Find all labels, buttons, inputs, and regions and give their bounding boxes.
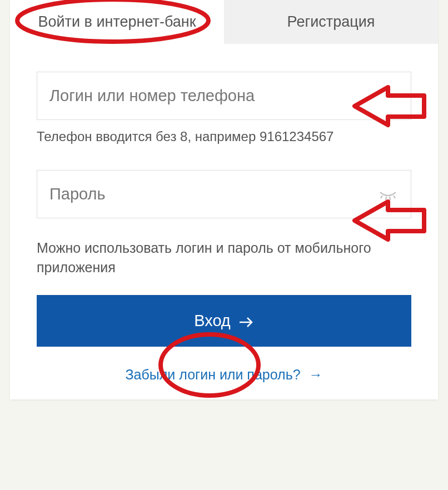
submit-button[interactable]: Вход: [37, 295, 411, 347]
login-helper-text: Телефон вводится без 8, например 9161234…: [37, 128, 411, 146]
forgot-credentials-link[interactable]: Забыли логин или пароль? →: [37, 367, 411, 383]
tab-register[interactable]: Регистрация: [224, 0, 438, 44]
tab-login[interactable]: Войти в интернет-банк: [10, 0, 224, 44]
login-form-container: Войти в интернет-банк Регистрация Телефо…: [10, 0, 438, 399]
tab-bar: Войти в интернет-банк Регистрация: [10, 0, 438, 44]
forgot-link-label: Забыли логин или пароль?: [125, 367, 300, 382]
arrow-right-icon: [238, 314, 254, 328]
submit-button-label: Вход: [194, 312, 231, 330]
svg-line-2: [381, 196, 382, 198]
login-input[interactable]: [37, 72, 411, 120]
mobile-app-hint: Можно использовать логин и пароль от моб…: [37, 238, 411, 277]
form-body: Телефон вводится без 8, например 9161234…: [10, 44, 438, 399]
svg-line-3: [386, 197, 386, 200]
arrow-right-small-icon: →: [309, 367, 323, 383]
login-field-wrapper: [37, 72, 411, 120]
eye-closed-icon[interactable]: [378, 184, 398, 204]
password-input[interactable]: [37, 170, 411, 218]
password-field-wrapper: [37, 170, 411, 218]
svg-line-5: [394, 196, 395, 198]
svg-line-4: [390, 197, 390, 200]
